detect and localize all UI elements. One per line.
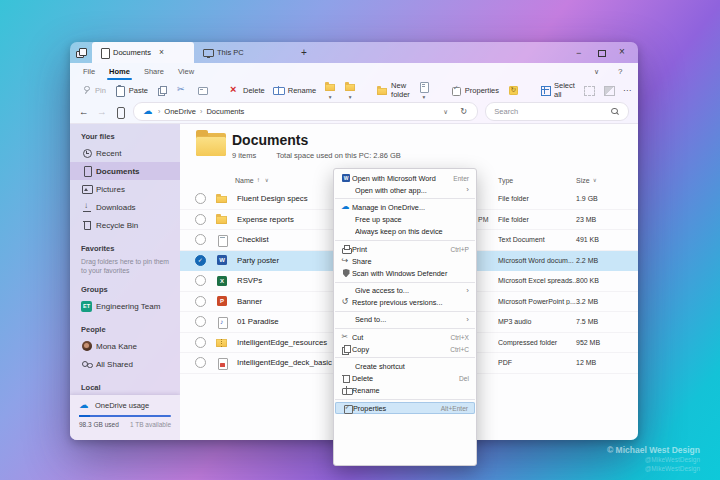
menu-item-label: Delete: [352, 374, 459, 383]
maximize-button[interactable]: [598, 49, 605, 56]
select-all-button[interactable]: Select all: [539, 81, 575, 99]
breadcrumb[interactable]: › OneDrive › Documents: [133, 102, 478, 121]
forward-button[interactable]: [97, 106, 108, 117]
row-checkbox[interactable]: [195, 296, 206, 307]
row-checkbox[interactable]: [195, 234, 206, 245]
close-button[interactable]: [619, 48, 627, 57]
rename-button[interactable]: Rename: [273, 84, 316, 96]
menu-item-label: Print: [352, 245, 450, 254]
column-type[interactable]: Type: [498, 177, 576, 184]
refresh-icon[interactable]: [460, 107, 468, 116]
menu-item-open-with-other-app[interactable]: Open with other app...›: [334, 184, 476, 196]
history-button[interactable]: [507, 84, 519, 96]
sidebar-item-engineering-team[interactable]: ETEngineering Team: [70, 297, 180, 315]
close-tab-icon[interactable]: [159, 48, 167, 57]
column-size[interactable]: Size: [576, 177, 626, 184]
row-checkbox[interactable]: [195, 214, 206, 225]
sidebar-item-downloads[interactable]: Downloads: [70, 198, 180, 216]
minimize-button[interactable]: [576, 48, 584, 57]
sidebar-section-header: People: [70, 325, 180, 337]
sidebar-section-header: Your files: [70, 132, 180, 144]
search-input[interactable]: [494, 107, 606, 116]
breadcrumb-documents[interactable]: Documents: [206, 107, 244, 116]
properties-button[interactable]: Properties: [450, 84, 499, 96]
row-checkbox[interactable]: [195, 275, 206, 286]
properties-checkbox-icon: [450, 84, 462, 96]
delete-button[interactable]: Delete: [228, 84, 265, 96]
cut-button[interactable]: [176, 84, 188, 96]
help-icon[interactable]: [617, 68, 625, 76]
context-menu: Open with Microsoft WordEnterOpen with o…: [333, 168, 477, 466]
sidebar-item-recycle-bin[interactable]: Recycle Bin: [70, 216, 180, 234]
sidebar-item-pictures[interactable]: Pictures: [70, 180, 180, 198]
select-all-icon: [539, 84, 551, 96]
paste-button[interactable]: Paste: [114, 84, 148, 96]
collapse-ribbon-icon[interactable]: [594, 68, 602, 76]
up-button[interactable]: [115, 106, 126, 117]
menu-item-free-up-space[interactable]: Free up space: [334, 214, 476, 226]
onedrive-usage-panel[interactable]: OneDrive usage 98.3 GB used 1 TB availab…: [70, 395, 180, 440]
sidebar-item-label: Engineering Team: [96, 302, 160, 311]
move-to-button[interactable]: ▾: [324, 81, 336, 99]
sidebar-item-label: Recent: [96, 149, 121, 158]
menu-home[interactable]: Home: [109, 67, 130, 76]
menu-item-copy[interactable]: CopyCtrl+C: [334, 343, 476, 355]
copy-button[interactable]: [156, 84, 168, 96]
menu-item-manage-in-onedrive[interactable]: Manage in OneDrive...: [334, 201, 476, 213]
tab-this-pc[interactable]: This PC: [194, 42, 266, 63]
copy-to-button[interactable]: ▾: [344, 81, 356, 99]
sidebar-item-mona-kane[interactable]: Mona Kane: [70, 337, 180, 355]
tab-bar: Documents This PC: [70, 42, 638, 63]
new-tab-button[interactable]: [300, 48, 310, 58]
menu-share[interactable]: Share: [144, 67, 164, 76]
menu-item-give-access-to[interactable]: Give access to...›: [334, 285, 476, 297]
sidebar-item-recent[interactable]: Recent: [70, 144, 180, 162]
tab-documents[interactable]: Documents: [92, 42, 194, 63]
row-checkbox[interactable]: [195, 193, 206, 204]
address-dropdown-icon[interactable]: [443, 108, 450, 116]
row-checkbox[interactable]: [195, 255, 206, 266]
pin-label: Pin: [95, 86, 106, 95]
menu-item-restore-previous-versions[interactable]: Restore previous versions...: [334, 297, 476, 309]
chevron-down-icon: ▾: [349, 96, 352, 99]
menu-item-scan-with-windows-defender[interactable]: Scan with Windows Defender: [334, 267, 476, 279]
breadcrumb-separator-icon: ›: [158, 108, 160, 115]
menu-item-create-shortcut[interactable]: Create shortcut: [334, 360, 476, 372]
usage-progress-bar: [79, 415, 171, 417]
menu-item-cut[interactable]: CutCtrl+X: [334, 331, 476, 343]
menu-item-share[interactable]: Share: [334, 255, 476, 267]
file-size: 2.2 MB: [576, 257, 626, 264]
menu-item-print[interactable]: PrintCtrl+P: [334, 243, 476, 255]
sidebar-item-all-shared[interactable]: All Shared: [70, 355, 180, 373]
menu-item-rename[interactable]: Rename: [334, 385, 476, 397]
submenu-arrow-icon: ›: [466, 186, 469, 194]
breadcrumb-onedrive[interactable]: OneDrive: [164, 107, 196, 116]
row-checkbox[interactable]: [195, 337, 206, 348]
menu-item-always-keep-on-this-device[interactable]: Always keep on this device: [334, 226, 476, 238]
more-options-button[interactable]: ⋯: [623, 86, 632, 95]
search-box[interactable]: [485, 102, 629, 121]
menu-view[interactable]: View: [178, 67, 194, 76]
invert-selection-button[interactable]: [603, 84, 615, 96]
menu-item-delete[interactable]: DeleteDel: [334, 373, 476, 385]
paste-shortcut-button[interactable]: [196, 84, 208, 96]
row-checkbox[interactable]: [195, 357, 206, 368]
back-button[interactable]: [79, 106, 90, 117]
select-none-button[interactable]: [583, 84, 595, 96]
watermark: © Michael West Design @MikeWestDesign @M…: [607, 445, 700, 473]
menu-item-open-with-microsoft-word[interactable]: Open with Microsoft WordEnter: [334, 172, 476, 184]
menu-file[interactable]: File: [83, 67, 95, 76]
menu-item-send-to[interactable]: Send to...›: [334, 314, 476, 326]
menu-item-label: Copy: [352, 345, 450, 354]
row-checkbox[interactable]: [195, 316, 206, 327]
space-used: Total space used on this PC: 2.86 GB: [276, 151, 401, 160]
new-folder-button[interactable]: New folder: [376, 81, 410, 99]
pin-button[interactable]: Pin: [80, 84, 106, 96]
sidebar-item-documents[interactable]: Documents: [70, 162, 180, 180]
sidebar-section-header: Local: [70, 383, 180, 395]
tab-overview-button[interactable]: [70, 42, 92, 63]
file-size: 23 MB: [576, 216, 626, 223]
new-item-button[interactable]: ▾: [418, 81, 430, 99]
file-size: 7.5 MB: [576, 318, 626, 325]
menu-item-properties[interactable]: PropertiesAlt+Enter: [335, 402, 475, 414]
